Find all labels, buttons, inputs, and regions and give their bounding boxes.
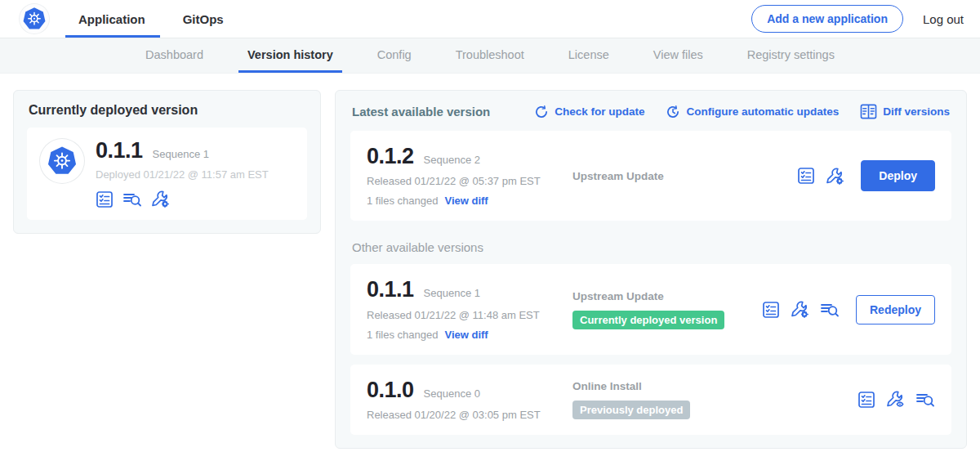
previously-deployed-badge: Previously deployed: [572, 401, 690, 419]
files-changed-label: 1 files changed: [367, 329, 438, 341]
checklist-icon[interactable]: [96, 190, 114, 208]
version-source-label: Upstream Update: [572, 290, 762, 302]
kubernetes-logo-icon: [20, 4, 49, 34]
version-card-0-1-1: 0.1.1 Sequence 1 Released 01/21/22 @ 11:…: [350, 264, 951, 354]
deployed-version-label: 0.1.1: [96, 139, 143, 162]
logs-icon[interactable]: [915, 391, 935, 409]
wrench-gear-icon[interactable]: [151, 190, 170, 208]
deployed-version-card: 0.1.1 Sequence 1 Deployed 01/21/22 @ 11:…: [27, 128, 307, 220]
currently-deployed-panel: Currently deployed version 0.1.1 Sequenc…: [13, 90, 321, 234]
released-timestamp: Released 01/21/22 @ 05:37 pm EST: [367, 175, 572, 187]
deployed-sequence-label: Sequence 1: [153, 148, 209, 160]
files-changed-label: 1 files changed: [367, 195, 438, 207]
subnav-tab-config[interactable]: Config: [355, 38, 434, 73]
diff-versions-link[interactable]: Diff versions: [860, 104, 950, 119]
subnav-tab-registry-settings[interactable]: Registry settings: [725, 38, 857, 73]
sequence-label: Sequence 1: [424, 287, 480, 299]
version-history-panel: Latest available version Check for updat…: [335, 90, 967, 449]
refresh-icon: [534, 105, 549, 119]
check-for-update-link[interactable]: Check for update: [534, 104, 644, 119]
currently-deployed-title: Currently deployed version: [29, 103, 307, 118]
latest-available-title: Latest available version: [352, 105, 490, 119]
check-for-update-label: Check for update: [555, 105, 644, 118]
sequence-label: Sequence 0: [424, 387, 480, 400]
version-label: 0.1.0: [367, 378, 414, 401]
logs-icon[interactable]: [122, 190, 142, 208]
schedule-icon: [666, 105, 680, 119]
subnav-tab-view-files[interactable]: View files: [631, 38, 725, 73]
view-diff-link[interactable]: View diff: [444, 329, 488, 341]
configure-automatic-updates-link[interactable]: Configure automatic updates: [666, 104, 839, 119]
subnav-tab-version-history[interactable]: Version history: [225, 38, 355, 73]
checklist-icon[interactable]: [762, 301, 780, 319]
version-label: 0.1.1: [367, 278, 414, 301]
version-label: 0.1.2: [367, 145, 414, 168]
currently-deployed-badge: Currently deployed version: [572, 311, 724, 329]
subnav-tab-license[interactable]: License: [546, 38, 631, 73]
logs-icon[interactable]: [820, 301, 840, 319]
header-tab-application[interactable]: Application: [77, 0, 147, 38]
main-content: Currently deployed version 0.1.1 Sequenc…: [0, 74, 980, 461]
other-available-title: Other available versions: [352, 240, 950, 254]
header-tab-gitops[interactable]: GitOps: [181, 0, 225, 38]
subnav-tab-troubleshoot[interactable]: Troubleshoot: [434, 38, 546, 73]
version-source-label: Upstream Update: [572, 170, 797, 182]
checklist-icon[interactable]: [797, 167, 815, 185]
logout-button[interactable]: Log out: [923, 12, 964, 26]
version-card-0-1-0: 0.1.0 Sequence 0 Released 01/20/22 @ 03:…: [350, 365, 951, 435]
subnav-tab-dashboard[interactable]: Dashboard: [123, 38, 225, 73]
released-timestamp: Released 01/21/22 @ 11:48 am EST: [367, 309, 572, 321]
checklist-icon[interactable]: [858, 391, 875, 409]
view-diff-link[interactable]: View diff: [444, 195, 488, 207]
app-kubernetes-logo-icon: [40, 139, 84, 183]
wrench-gear-icon[interactable]: [826, 167, 844, 186]
app-header: Application GitOps Add a new application…: [0, 0, 980, 38]
version-card-0-1-2: 0.1.2 Sequence 2 Released 01/21/22 @ 05:…: [350, 131, 951, 221]
sequence-label: Sequence 2: [424, 154, 480, 166]
wrench-eye-icon[interactable]: [886, 390, 905, 409]
configure-automatic-updates-label: Configure automatic updates: [686, 105, 839, 118]
redeploy-button[interactable]: Redeploy: [856, 295, 935, 324]
deploy-button[interactable]: Deploy: [861, 160, 935, 191]
released-timestamp: Released 01/20/22 @ 03:05 pm EST: [367, 409, 572, 421]
diff-versions-label: Diff versions: [883, 105, 950, 118]
version-source-label: Online Install: [572, 380, 858, 392]
diff-icon: [860, 104, 877, 119]
deployed-timestamp: Deployed 01/21/22 @ 11:57 am EST: [96, 168, 269, 181]
wrench-gear-icon[interactable]: [791, 300, 809, 319]
app-subnav: Dashboard Version history Config Trouble…: [0, 38, 980, 74]
add-application-button[interactable]: Add a new application: [751, 5, 903, 33]
